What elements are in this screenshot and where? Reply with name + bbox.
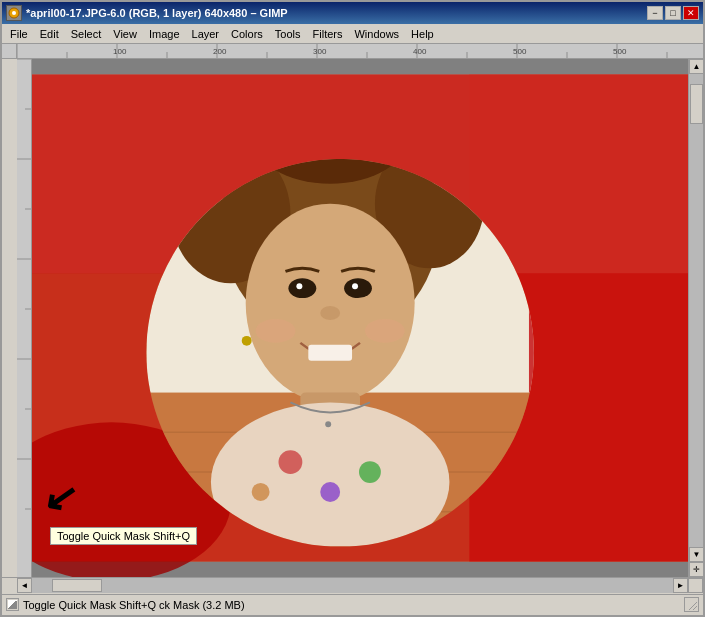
menu-tools[interactable]: Tools [269, 24, 307, 43]
quick-mask-size: ck Mask (3.2 MB) [159, 599, 245, 611]
menu-layer[interactable]: Layer [186, 24, 226, 43]
menu-image[interactable]: Image [143, 24, 186, 43]
svg-text:500: 500 [513, 47, 527, 56]
right-scroll-thumb[interactable] [690, 84, 703, 124]
scroll-down-button[interactable]: ▼ [689, 547, 703, 562]
left-ruler-svg: 100 200 300 400 [17, 59, 32, 577]
bottom-scroll-thumb[interactable] [52, 579, 102, 592]
scroll-right-button[interactable]: ► [673, 578, 688, 593]
quick-mask-label: Toggle Quick Mask Shift+Q [23, 599, 156, 611]
status-row: Toggle Quick Mask Shift+Q ck Mask (3.2 M… [2, 595, 703, 615]
svg-text:300: 300 [313, 47, 327, 56]
main-window: *april00-17.JPG-6.0 (RGB, 1 layer) 640x4… [0, 0, 705, 617]
top-row: 100 200 300 400 [17, 59, 703, 577]
bottom-scrollbar-row: ◄ ► [2, 578, 703, 595]
svg-line-84 [693, 606, 697, 610]
title-bar-text: *april00-17.JPG-6.0 (RGB, 1 layer) 640x4… [6, 5, 288, 21]
svg-text:200: 200 [213, 47, 227, 56]
maximize-button[interactable]: □ [665, 6, 681, 20]
svg-point-1 [12, 11, 16, 15]
svg-text:500: 500 [613, 47, 627, 56]
svg-text:400: 400 [413, 47, 427, 56]
status-text: Toggle Quick Mask Shift+Q ck Mask (3.2 M… [23, 599, 680, 611]
minimize-button[interactable]: − [647, 6, 663, 20]
app-icon [6, 5, 22, 21]
close-button[interactable]: ✕ [683, 6, 699, 20]
quick-mask-button[interactable] [6, 598, 19, 611]
svg-rect-23 [17, 59, 32, 577]
menu-filters[interactable]: Filters [307, 24, 349, 43]
scroll-up-button[interactable]: ▲ [689, 59, 703, 74]
canvas-with-ruler: 100 200 300 400 500 500 [17, 44, 703, 577]
menu-select[interactable]: Select [65, 24, 108, 43]
canvas-area: 100 200 300 400 500 500 [2, 44, 703, 577]
image-canvas [32, 59, 688, 577]
menu-help[interactable]: Help [405, 24, 440, 43]
menu-file[interactable]: File [4, 24, 34, 43]
svg-text:100: 100 [113, 47, 127, 56]
menu-view[interactable]: View [107, 24, 143, 43]
title-bar: *april00-17.JPG-6.0 (RGB, 1 layer) 640x4… [2, 2, 703, 24]
svg-line-83 [689, 602, 697, 610]
top-ruler: 100 200 300 400 500 500 [17, 44, 703, 59]
navigation-button[interactable]: ✛ [689, 562, 703, 577]
right-scrollbar: ▲ ▼ ✛ [688, 59, 703, 577]
canvas-container: ↙ Toggle Quick Mask Shift+Q [32, 59, 688, 577]
menu-windows[interactable]: Windows [348, 24, 405, 43]
svg-rect-82 [32, 74, 688, 561]
menu-edit[interactable]: Edit [34, 24, 65, 43]
left-ruler: 100 200 300 400 [17, 59, 32, 577]
scroll-corner [688, 578, 703, 593]
resize-icon [685, 598, 698, 611]
window-controls: − □ ✕ [647, 6, 699, 20]
menu-colors[interactable]: Colors [225, 24, 269, 43]
status-bar: ◄ ► Toggle Quick Mask Shift+Q ck Mask (3… [2, 577, 703, 615]
window-title: *april00-17.JPG-6.0 (RGB, 1 layer) 640x4… [26, 7, 288, 19]
top-ruler-svg: 100 200 300 400 500 500 [17, 44, 703, 59]
bottom-scroll-track[interactable] [32, 578, 673, 593]
right-scroll-track[interactable] [689, 74, 703, 547]
resize-handle[interactable] [684, 597, 699, 612]
menu-bar: File Edit Select View Image Layer Colors… [2, 24, 703, 44]
scroll-left-button[interactable]: ◄ [17, 578, 32, 593]
ruler-corner [2, 44, 17, 59]
